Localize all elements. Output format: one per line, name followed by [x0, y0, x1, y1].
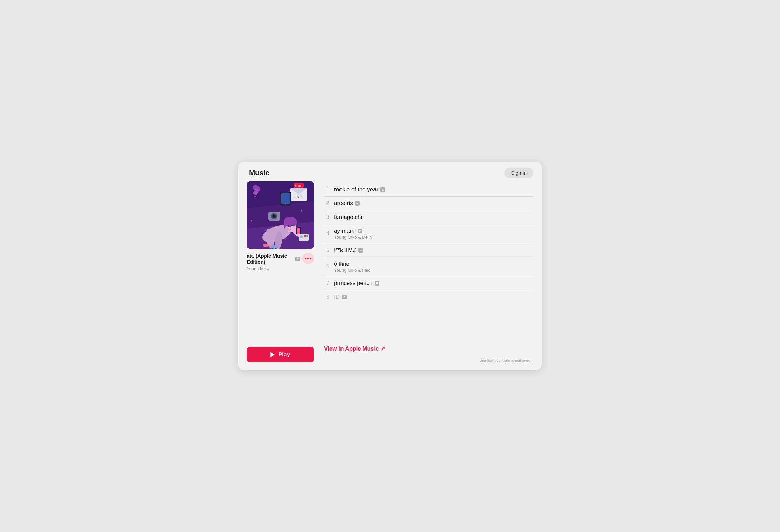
track-info: tamagotchi: [334, 214, 533, 221]
track-info: offlineYoung Miko & Feid: [334, 261, 533, 273]
svg-rect-9: [281, 193, 290, 204]
svg-point-10: [285, 204, 286, 205]
album-title-row: att. (Apple Music Edition) E •••: [247, 253, 314, 265]
track-name: offline: [334, 261, 533, 267]
svg-point-35: [300, 235, 303, 238]
track-row[interactable]: 4ay mamiEYoung Miko & Dei V: [324, 224, 533, 243]
apple-music-logo: Music: [247, 169, 269, 177]
play-button[interactable]: Play: [247, 347, 314, 362]
track-number: 2: [324, 200, 329, 206]
track-sub: Young Miko & Feid: [334, 268, 533, 273]
track-list: 1rookie of the yearE2arcoírisE3tamagotch…: [324, 183, 533, 339]
explicit-badge: E: [342, 295, 347, 299]
play-label: Play: [278, 351, 290, 358]
track-number: 7: [324, 280, 329, 286]
svg-text:HOT: HOT: [295, 184, 302, 188]
explicit-badge: E: [295, 257, 300, 261]
track-info: arcoírisE: [334, 200, 533, 207]
track-info: IDE: [334, 294, 533, 300]
svg-point-26: [271, 245, 277, 249]
track-number: 8: [324, 294, 329, 300]
explicit-badge: E: [380, 187, 385, 192]
music-label: Music: [249, 169, 269, 177]
explicit-badge: E: [358, 229, 362, 233]
track-row[interactable]: 2arcoírisE: [324, 197, 533, 210]
track-sub: Young Miko & Dei V: [334, 235, 533, 240]
card-header: Music Sign In: [238, 162, 542, 181]
view-in-apple-music-link[interactable]: View in Apple Music ↗: [324, 345, 533, 352]
explicit-badge: E: [375, 281, 379, 286]
track-info: f**k TMZE: [334, 247, 533, 254]
track-number: 4: [324, 231, 329, 237]
svg-rect-28: [297, 228, 300, 234]
track-number: 6: [324, 264, 329, 270]
track-name: arcoírisE: [334, 200, 533, 207]
track-row[interactable]: 8IDE: [324, 290, 533, 304]
svg-text:✦: ✦: [300, 209, 303, 212]
footer-note: See how your data is managed...: [324, 358, 533, 362]
play-icon: [270, 352, 275, 357]
track-name: tamagotchi: [334, 214, 533, 221]
view-link-text: View in Apple Music ↗: [324, 345, 385, 352]
track-row[interactable]: 3tamagotchi: [324, 210, 533, 224]
svg-text:♥: ♥: [297, 195, 299, 199]
album-title: att. (Apple Music Edition): [247, 253, 293, 265]
sign-in-button[interactable]: Sign In: [504, 168, 533, 178]
album-artist: Young Miko: [247, 266, 314, 271]
track-number: 5: [324, 247, 329, 253]
svg-text:✦: ✦: [253, 195, 257, 199]
svg-text:✦: ✦: [250, 219, 253, 223]
track-info: ay mamiEYoung Miko & Dei V: [334, 228, 533, 240]
explicit-badge: E: [355, 201, 360, 206]
svg-point-25: [263, 244, 269, 247]
svg-point-36: [304, 235, 306, 237]
music-card: Music Sign In ♥: [238, 162, 542, 370]
track-number: 3: [324, 214, 329, 220]
track-name: rookie of the yearE: [334, 186, 533, 193]
track-row[interactable]: 7princess peachE: [324, 276, 533, 290]
svg-rect-34: [299, 234, 309, 241]
more-button[interactable]: •••: [302, 253, 314, 264]
track-row[interactable]: 6offlineYoung Miko & Feid: [324, 257, 533, 276]
album-art: ♥: [247, 181, 314, 249]
svg-point-20: [291, 225, 293, 226]
track-info: princess peachE: [334, 280, 533, 287]
main-content: ♥: [238, 181, 542, 370]
svg-point-14: [273, 215, 275, 217]
track-number: 1: [324, 187, 329, 193]
track-name: IDE: [334, 294, 533, 300]
more-dots-icon: •••: [305, 256, 312, 261]
left-panel: ♥: [247, 181, 314, 362]
track-row[interactable]: 5f**k TMZE: [324, 243, 533, 257]
explicit-badge: E: [358, 248, 363, 253]
track-info: rookie of the yearE: [334, 186, 533, 193]
track-row[interactable]: 1rookie of the yearE: [324, 183, 533, 197]
right-panel: 1rookie of the yearE2arcoírisE3tamagotch…: [324, 181, 533, 362]
album-info: att. (Apple Music Edition) E ••• Young M…: [247, 253, 314, 340]
track-name: princess peachE: [334, 280, 533, 287]
track-name: f**k TMZE: [334, 247, 533, 254]
track-name: ay mamiE: [334, 228, 533, 234]
svg-point-37: [306, 235, 308, 237]
